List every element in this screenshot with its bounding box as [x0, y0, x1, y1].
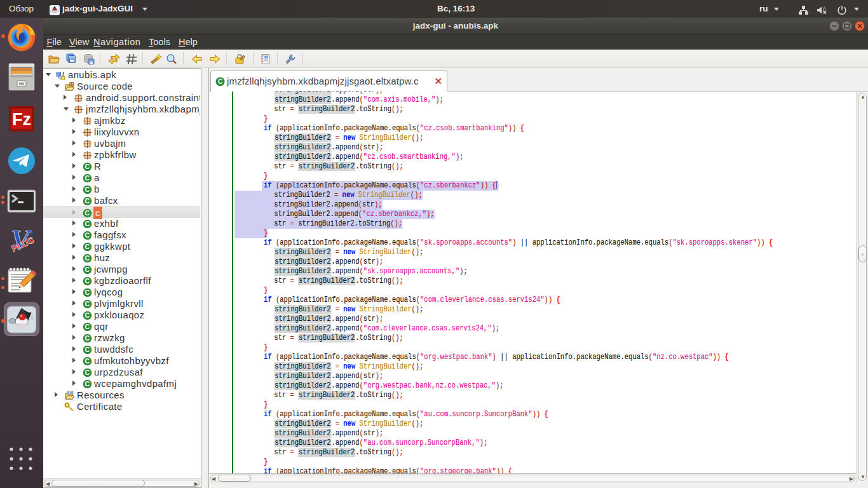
svg-text:010: 010: [67, 391, 74, 394]
svg-text:C: C: [85, 288, 90, 296]
svg-text:C: C: [85, 174, 90, 182]
svg-text:J: J: [62, 71, 65, 77]
svg-text:Fz: Fz: [12, 110, 31, 129]
svg-text:C: C: [85, 163, 90, 170]
svg-text:C: C: [85, 300, 90, 308]
svg-text:C: C: [85, 243, 90, 250]
svg-text:C: C: [85, 231, 90, 239]
svg-text:C: C: [85, 369, 90, 376]
svg-text:C: C: [85, 323, 90, 330]
svg-text:C: C: [218, 78, 222, 85]
svg-text:C: C: [85, 311, 90, 319]
svg-text:C: C: [85, 209, 90, 217]
svg-text:C: C: [85, 277, 90, 285]
svg-text:C: C: [85, 254, 90, 262]
svg-text:C: C: [85, 334, 90, 342]
svg-text:C: C: [85, 186, 90, 193]
svg-text:C: C: [85, 357, 90, 365]
svg-text:C: C: [85, 266, 90, 273]
svg-text:C: C: [85, 380, 90, 388]
svg-text:C: C: [85, 346, 90, 353]
svg-text:C: C: [85, 197, 90, 205]
svg-text:C: C: [85, 220, 90, 227]
